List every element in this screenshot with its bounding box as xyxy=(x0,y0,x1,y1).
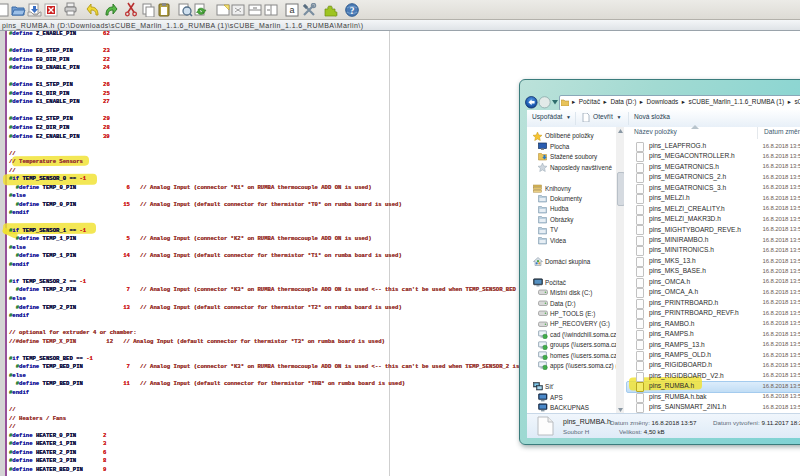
svg-text:a: a xyxy=(289,5,294,15)
svg-text:?: ? xyxy=(350,6,355,16)
